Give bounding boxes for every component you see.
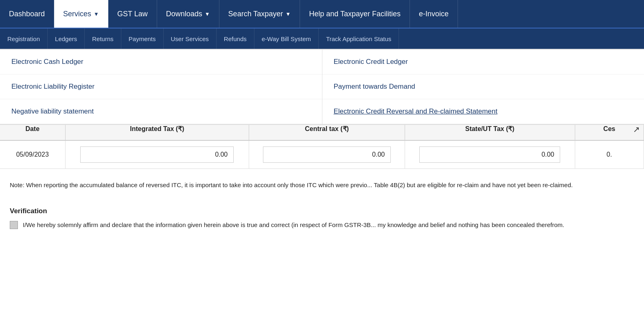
verification-text: I/We hereby solemnly affirm and declare …	[23, 220, 564, 230]
input-central-tax[interactable]: 0.00	[263, 146, 391, 163]
ledgers-dropdown: Electronic Cash Ledger Electronic Liabil…	[0, 49, 644, 125]
nav-e-invoice-label: e-Invoice	[419, 10, 449, 18]
search-taxpayer-arrow-icon: ▼	[285, 11, 291, 17]
nav-track-application[interactable]: Track Application Status	[319, 28, 399, 49]
nav-track-application-label: Track Application Status	[326, 35, 391, 42]
nav-e-way-bill-label: e-Way Bill System	[262, 35, 311, 42]
nav-dashboard-label: Dashboard	[9, 10, 45, 18]
nav-payments[interactable]: Payments	[121, 28, 164, 49]
nav-services-label: Services	[63, 10, 91, 18]
nav-search-taxpayer[interactable]: Search Taxpayer ▼	[219, 0, 300, 28]
input-state-tax[interactable]: 0.00	[419, 146, 560, 163]
main-content: Date Integrated Tax (₹) Central tax (₹) …	[0, 117, 644, 240]
dropdown-electronic-credit-reversal[interactable]: Electronic Credit Reversal and Re-claime…	[322, 99, 644, 124]
second-nav: Registration Ledgers Returns Payments Us…	[0, 28, 644, 49]
nav-returns-label: Returns	[92, 35, 114, 42]
nav-refunds-label: Refunds	[224, 35, 247, 42]
downloads-arrow-icon: ▼	[205, 11, 210, 17]
nav-dashboard[interactable]: Dashboard	[0, 0, 54, 28]
table-row: 05/09/2023 0.00 0.00 0.00	[0, 140, 644, 169]
nav-gst-law-label: GST Law	[117, 10, 148, 18]
nav-user-services-label: User Services	[171, 35, 209, 42]
nav-returns[interactable]: Returns	[85, 28, 121, 49]
verification-section: Verification I/We hereby solemnly affirm…	[0, 197, 644, 240]
dropdown-electronic-liability[interactable]: Electronic Liability Register	[0, 74, 322, 99]
nav-user-services[interactable]: User Services	[164, 28, 217, 49]
nav-registration[interactable]: Registration	[0, 28, 48, 49]
nav-downloads[interactable]: Downloads ▼	[157, 0, 219, 28]
nav-e-way-bill[interactable]: e-Way Bill System	[254, 28, 319, 49]
nav-payments-label: Payments	[129, 35, 156, 42]
nav-services[interactable]: Services ▼	[54, 0, 108, 28]
verification-checkbox[interactable]	[10, 221, 18, 229]
dropdown-payment-demand[interactable]: Payment towards Demand	[322, 74, 644, 99]
cell-state-tax: 0.00	[405, 140, 575, 169]
input-integrated-tax[interactable]: 0.00	[80, 146, 234, 163]
dropdown-electronic-cash[interactable]: Electronic Cash Ledger	[0, 50, 322, 74]
note-text: Note: When reporting the accumulated bal…	[10, 181, 573, 188]
nav-downloads-label: Downloads	[166, 10, 202, 18]
nav-registration-label: Registration	[7, 35, 40, 42]
nav-refunds[interactable]: Refunds	[217, 28, 254, 49]
verification-content: I/We hereby solemnly affirm and declare …	[10, 220, 634, 230]
cell-central-tax: 0.00	[249, 140, 405, 169]
nav-help[interactable]: Help and Taxpayer Facilities	[300, 0, 410, 28]
nav-ledgers[interactable]: Ledgers	[48, 28, 85, 49]
nav-e-invoice[interactable]: e-Invoice	[410, 0, 458, 28]
nav-ledgers-label: Ledgers	[55, 35, 77, 42]
cell-ces: 0.	[575, 140, 644, 169]
services-arrow-icon: ▼	[94, 11, 99, 17]
note-section: Note: When reporting the accumulated bal…	[0, 169, 644, 197]
tax-table: Date Integrated Tax (₹) Central tax (₹) …	[0, 117, 644, 169]
cell-integrated-tax: 0.00	[65, 140, 249, 169]
dropdown-negative-liability[interactable]: Negative liability statement	[0, 99, 322, 124]
top-nav: Dashboard Services ▼ GST Law Downloads ▼…	[0, 0, 644, 28]
dropdown-right-col: Electronic Credit Ledger Payment towards…	[322, 50, 644, 124]
nav-help-label: Help and Taxpayer Facilities	[309, 10, 401, 18]
cell-date: 05/09/2023	[0, 140, 65, 169]
dropdown-electronic-credit[interactable]: Electronic Credit Ledger	[322, 50, 644, 74]
verification-title: Verification	[10, 207, 634, 215]
dropdown-left-col: Electronic Cash Ledger Electronic Liabil…	[0, 50, 322, 124]
nav-search-taxpayer-label: Search Taxpayer	[228, 10, 283, 18]
nav-gst-law[interactable]: GST Law	[108, 0, 157, 28]
